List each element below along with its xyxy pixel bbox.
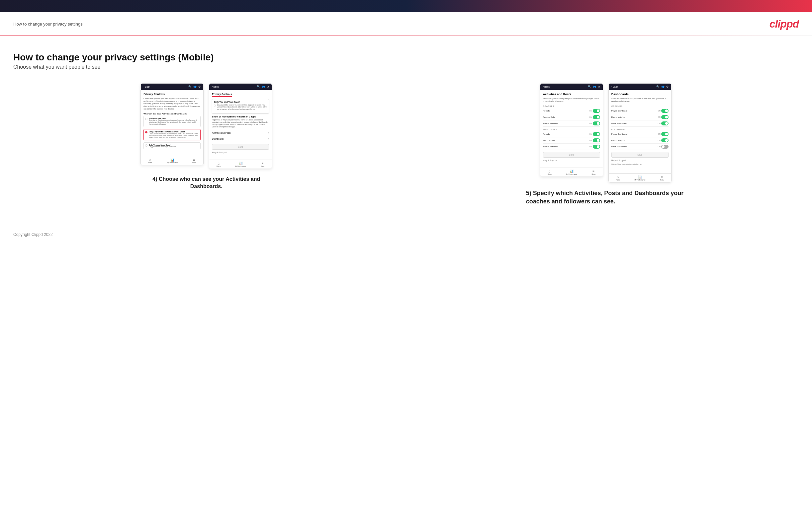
followers-player-dash-toggle-container: ON <box>658 132 668 136</box>
activities-posts-arrow: › <box>268 131 269 134</box>
menu-icon-3: ≡ <box>593 170 595 173</box>
coaches-rounds-row: Rounds ON <box>543 108 600 114</box>
activities-posts-row[interactable]: Activities and Posts › <box>212 130 269 136</box>
nav-menu-1[interactable]: ≡ Menu <box>192 158 196 164</box>
nav-home-2[interactable]: ⌂ Home <box>216 162 220 167</box>
radio-only-you[interactable]: Only You and Your Coach Only you and the… <box>144 143 201 150</box>
screenshots-grid: ‹ Back 🔍 👥 ⚙ Privacy Controls Control ho… <box>13 83 799 206</box>
screenshot-group-left: ‹ Back 🔍 👥 ⚙ Privacy Controls Control ho… <box>13 83 400 190</box>
followers-manual-toggle[interactable] <box>593 145 600 149</box>
save-button-2[interactable]: Save <box>212 144 269 150</box>
followers-work-on-row: What To Work On ON <box>611 144 668 150</box>
people-icon-4[interactable]: 👥 <box>661 85 665 88</box>
popup-text: Only you and the coaches you connect wit… <box>217 104 267 111</box>
menu-icon-2: ≡ <box>262 162 264 165</box>
nav-home-3[interactable]: ⌂ Home <box>548 170 552 175</box>
bottom-nav-3: ⌂ Home 📊 My Performance ≡ Menu <box>540 168 603 176</box>
nav-menu-3[interactable]: ≡ Menu <box>592 170 596 175</box>
people-icon-2[interactable]: 👥 <box>262 85 265 88</box>
nav-home-4[interactable]: ⌂ Home <box>616 175 620 181</box>
bottom-nav-1: ⌂ Home 📊 My Performance ≡ Menu <box>141 156 203 165</box>
privacy-tab-2[interactable]: Privacy Controls <box>212 93 232 97</box>
coaches-manual-label: Manual Activities <box>543 122 558 124</box>
radio-approved[interactable]: Only Approved Followers and Your Coach O… <box>144 129 201 140</box>
nav-performance-1[interactable]: 📊 My Performance <box>167 158 178 164</box>
page-content: How to change your privacy settings (Mob… <box>0 46 812 226</box>
dashboards-title: Dashboards <box>611 93 668 96</box>
coaches-drills-label: Practice Drills <box>543 116 555 118</box>
screenshot-pair-left: ‹ Back 🔍 👥 ⚙ Privacy Controls Control ho… <box>141 83 272 169</box>
followers-drills-row: Practice Drills ON <box>543 137 600 144</box>
followers-rounds-toggle[interactable] <box>593 132 600 136</box>
coaches-round-insights-toggle[interactable] <box>661 115 668 119</box>
nav-performance-4[interactable]: 📊 My Performance <box>635 175 646 181</box>
people-icon-3[interactable]: 👥 <box>593 85 596 88</box>
coaches-label-4: COACHES <box>611 105 668 107</box>
back-button-2[interactable]: ‹ Back <box>212 86 218 88</box>
followers-drills-toggle-container: ON <box>590 138 600 143</box>
coaches-manual-toggle[interactable] <box>593 121 600 125</box>
coaches-round-insights-label: Round Insights <box>611 116 625 118</box>
bottom-nav-2: ⌂ Home 📊 My Performance ≡ Menu <box>209 160 272 169</box>
people-icon[interactable]: 👥 <box>193 85 197 88</box>
nav-menu-label-4: Menu <box>660 179 664 181</box>
privacy-desc-1: Control how you and your data appears to… <box>144 98 201 110</box>
save-button-4[interactable]: Save <box>611 152 668 158</box>
mobile-body-3: Activities and Posts Select the types of… <box>540 90 603 166</box>
settings-icon-4[interactable]: ⚙ <box>666 85 668 88</box>
nav-menu-2[interactable]: ≡ Menu <box>261 162 264 167</box>
nav-performance-2[interactable]: 📊 My Performance <box>235 162 246 167</box>
followers-round-insights-toggle[interactable] <box>661 138 668 143</box>
mobile-frame-1: ‹ Back 🔍 👥 ⚙ Privacy Controls Control ho… <box>141 83 204 165</box>
settings-icon-2[interactable]: ⚙ <box>267 85 269 88</box>
followers-rounds-toggle-container: ON <box>590 132 600 136</box>
back-button-3[interactable]: ‹ Back <box>543 86 550 88</box>
top-bar <box>0 0 812 12</box>
coaches-player-dash-toggle[interactable] <box>661 109 668 113</box>
nav-home-label-2: Home <box>216 166 220 167</box>
popup-title: Only You and Your Coach <box>214 101 267 103</box>
search-icon[interactable]: 🔍 <box>188 85 192 88</box>
radio-circle-approved <box>145 131 147 133</box>
save-button-3[interactable]: Save <box>543 152 600 158</box>
followers-player-dash-toggle[interactable] <box>661 132 668 136</box>
coaches-rounds-toggle-container: ON <box>590 109 600 113</box>
nav-home-label-4: Home <box>616 179 620 181</box>
followers-rounds-row: Rounds ON <box>543 131 600 137</box>
search-icon-2[interactable]: 🔍 <box>257 85 260 88</box>
followers-work-on-toggle[interactable] <box>661 145 668 149</box>
coaches-round-insights-toggle-container: ON <box>658 115 668 119</box>
popup-radio: Only you and the coaches you connect wit… <box>214 104 267 111</box>
search-icon-4[interactable]: 🔍 <box>656 85 660 88</box>
home-icon-1: ⌂ <box>149 158 151 162</box>
nav-menu-4[interactable]: ≡ Menu <box>660 175 664 181</box>
coaches-player-dash-row: Player Dashboard ON <box>611 108 668 114</box>
dashboards-row[interactable]: Dashboards › <box>212 136 269 142</box>
followers-work-on-toggle-container: ON <box>658 145 668 149</box>
followers-label-3: FOLLOWERS <box>543 128 600 130</box>
back-button-4[interactable]: ‹ Back <box>611 86 618 88</box>
help-support-2: Help & Support <box>212 150 269 155</box>
settings-icon-3[interactable]: ⚙ <box>598 85 600 88</box>
search-icon-3[interactable]: 🔍 <box>588 85 591 88</box>
screenshot-group-right: ‹ Back 🔍 👥 ⚙ Activities and Posts Select… <box>413 83 799 206</box>
radio-everyone[interactable]: Everyone on Clippd Everyone on Clippd ca… <box>144 116 201 127</box>
coaches-round-insights-row: Round Insights ON <box>611 114 668 120</box>
page-subtitle: Choose what you want people to see <box>13 64 799 70</box>
coaches-drills-row: Practice Drills ON <box>543 114 600 120</box>
mobile-frame-2: ‹ Back 🔍 👥 ⚙ Privacy Controls <box>209 83 272 169</box>
radio-circle-only-you <box>145 144 147 147</box>
back-button-1[interactable]: ‹ Back <box>144 86 150 88</box>
nav-home-1[interactable]: ⌂ Home <box>148 158 152 164</box>
settings-icon[interactable]: ⚙ <box>198 85 201 88</box>
menu-icon-4: ≡ <box>661 175 663 179</box>
coaches-drills-toggle[interactable] <box>593 115 600 119</box>
coaches-work-on-toggle[interactable] <box>661 121 668 125</box>
nav-performance-3[interactable]: 📊 My Performance <box>566 170 577 175</box>
copyright: Copyright Clippd 2022 <box>13 232 53 237</box>
coaches-rounds-toggle[interactable] <box>593 109 600 113</box>
page-title: How to change your privacy settings (Mob… <box>13 52 799 63</box>
privacy-heading-1: Privacy Controls <box>144 93 201 96</box>
coaches-label-3: COACHES <box>543 105 600 107</box>
followers-drills-toggle[interactable] <box>593 138 600 143</box>
